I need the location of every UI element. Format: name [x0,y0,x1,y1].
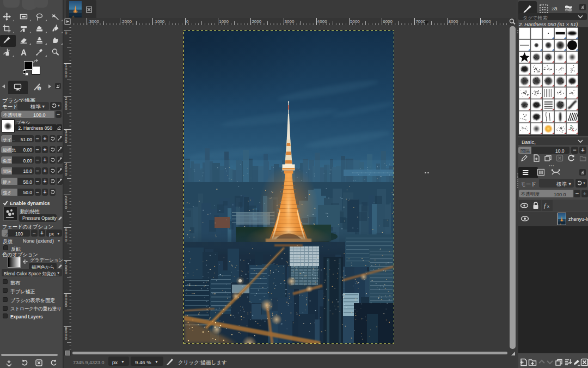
svg-text:i: i [39,87,40,91]
svg-text:x: x [547,204,549,209]
svg-text:f: f [544,202,547,209]
